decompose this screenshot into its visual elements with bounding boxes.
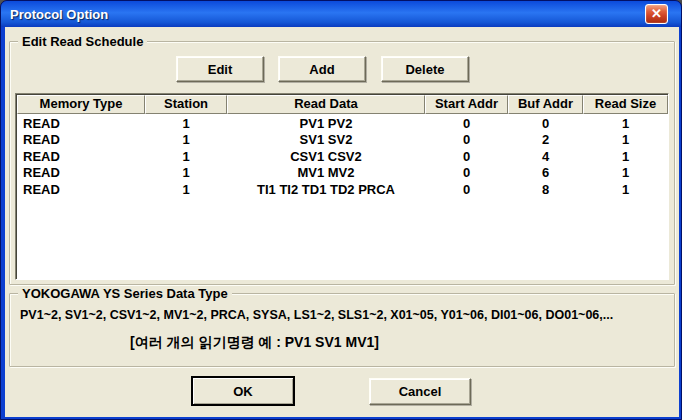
cell-station: 1 — [145, 165, 227, 181]
cell-read-data: CSV1 CSV2 — [227, 149, 425, 165]
column-header-station[interactable]: Station — [145, 95, 227, 114]
cell-read-size: 1 — [583, 182, 668, 198]
cell-read-data: TI1 TI2 TD1 TD2 PRCA — [227, 182, 425, 198]
data-type-example-text: [여러 개의 읽기명령 예 : PV1 SV1 MV1] — [130, 334, 379, 352]
dialog-body: Edit Read Schedule Edit Add Delete Memor… — [5, 27, 679, 417]
cancel-button[interactable]: Cancel — [369, 378, 471, 405]
cell-start-addr: 0 — [425, 165, 508, 181]
table-row[interactable]: READ 1 PV1 PV2 0 0 1 — [17, 116, 668, 132]
cell-buf-addr: 8 — [508, 182, 583, 198]
edit-read-schedule-label: Edit Read Schedule — [18, 34, 147, 49]
column-header-read-size[interactable]: Read Size — [583, 95, 668, 114]
cell-memory-type: READ — [17, 132, 145, 148]
cell-memory-type: READ — [17, 116, 145, 132]
cell-start-addr: 0 — [425, 116, 508, 132]
cell-read-data: MV1 MV2 — [227, 165, 425, 181]
cell-buf-addr: 2 — [508, 132, 583, 148]
table-row[interactable]: READ 1 MV1 MV2 0 6 1 — [17, 165, 668, 181]
window-title: Protocol Option — [1, 7, 108, 22]
yokogawa-data-type-group: YOKOGAWA YS Series Data Type PV1~2, SV1~… — [9, 293, 675, 367]
cell-station: 1 — [145, 116, 227, 132]
cell-memory-type: READ — [17, 149, 145, 165]
protocol-option-dialog: Protocol Option ✕ Edit Read Schedule Edi… — [0, 0, 682, 420]
column-header-memory-type[interactable]: Memory Type — [17, 95, 145, 114]
table-header-row: Memory Type Station Read Data Start Addr… — [17, 95, 668, 114]
cell-memory-type: READ — [17, 182, 145, 198]
table-row[interactable]: READ 1 SV1 SV2 0 2 1 — [17, 132, 668, 148]
cell-read-data: PV1 PV2 — [227, 116, 425, 132]
cell-start-addr: 0 — [425, 132, 508, 148]
table-row[interactable]: READ 1 CSV1 CSV2 0 4 1 — [17, 149, 668, 165]
cell-read-size: 1 — [583, 165, 668, 181]
cell-start-addr: 0 — [425, 149, 508, 165]
add-button[interactable]: Add — [278, 56, 366, 82]
delete-button[interactable]: Delete — [381, 56, 469, 82]
cell-station: 1 — [145, 182, 227, 198]
edit-button[interactable]: Edit — [176, 56, 264, 82]
cell-start-addr: 0 — [425, 182, 508, 198]
cell-read-data: SV1 SV2 — [227, 132, 425, 148]
close-icon[interactable]: ✕ — [645, 4, 668, 24]
read-schedule-table: Memory Type Station Read Data Start Addr… — [15, 93, 669, 280]
column-header-buf-addr[interactable]: Buf Addr — [508, 95, 583, 114]
cell-station: 1 — [145, 149, 227, 165]
cell-read-size: 1 — [583, 116, 668, 132]
cell-buf-addr: 4 — [508, 149, 583, 165]
titlebar[interactable]: Protocol Option ✕ — [1, 1, 681, 27]
cell-read-size: 1 — [583, 132, 668, 148]
cell-buf-addr: 6 — [508, 165, 583, 181]
column-header-read-data[interactable]: Read Data — [227, 95, 425, 114]
yokogawa-data-type-label: YOKOGAWA YS Series Data Type — [18, 286, 232, 301]
cell-read-size: 1 — [583, 149, 668, 165]
table-body: READ 1 PV1 PV2 0 0 1 READ 1 SV1 SV2 0 2 … — [17, 116, 668, 198]
cell-memory-type: READ — [17, 165, 145, 181]
cell-buf-addr: 0 — [508, 116, 583, 132]
ok-button[interactable]: OK — [191, 376, 295, 406]
column-header-start-addr[interactable]: Start Addr — [425, 95, 508, 114]
table-row[interactable]: READ 1 TI1 TI2 TD1 TD2 PRCA 0 8 1 — [17, 182, 668, 198]
data-type-list-text: PV1~2, SV1~2, CSV1~2, MV1~2, PRCA, SYSA,… — [20, 308, 670, 322]
cell-station: 1 — [145, 132, 227, 148]
